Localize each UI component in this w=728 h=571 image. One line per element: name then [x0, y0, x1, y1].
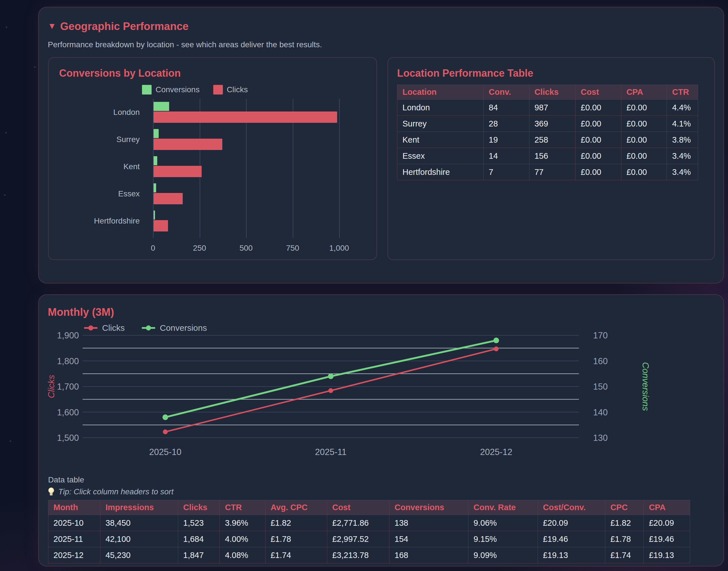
decor-dot — [5, 132, 7, 133]
table-cell: £19.13 — [644, 547, 690, 563]
column-header-month[interactable]: Month — [48, 500, 101, 515]
legend-label: Conversions — [156, 85, 200, 94]
bar-category-label: Hertfordshire — [59, 207, 140, 235]
conversions-by-location-bar-chart: LondonSurreyKentEssexHertfordshire025050… — [59, 99, 368, 257]
location-table-title: Location Performance Table — [397, 67, 533, 79]
tip-text: Tip: Click column headers to sort — [58, 487, 173, 496]
table-cell: 9.09% — [468, 547, 538, 563]
column-header-cost[interactable]: Cost — [327, 500, 389, 515]
table-cell: 1,523 — [178, 515, 220, 531]
clicks-bar[interactable] — [154, 111, 337, 123]
column-header-conversions[interactable]: Conversions — [390, 500, 468, 515]
column-header-avg-cpc[interactable]: Avg. CPC — [265, 500, 327, 515]
conversions-data-point[interactable] — [328, 373, 334, 379]
table-cell: 3.4% — [667, 148, 698, 164]
column-header-conv-: Conv. — [484, 85, 530, 100]
sort-tip: Tip: Click column headers to sort — [48, 487, 173, 496]
column-header-cpa[interactable]: CPA — [644, 500, 690, 515]
clicks-bar[interactable] — [154, 166, 202, 177]
x-axis-tick-label: 2025-12 — [480, 447, 513, 457]
table-cell: Kent — [397, 132, 484, 148]
bar-category-label: London — [59, 99, 140, 126]
table-cell: 2025-11 — [48, 531, 101, 547]
table-cell: 45,230 — [100, 547, 178, 563]
monthly-line-chart: 1,9001,8001,7001,6001,500170160150140130… — [47, 323, 675, 459]
table-cell: 2025-12 — [48, 547, 101, 563]
column-header-ctr: CTR — [667, 85, 698, 100]
lightbulb-icon — [48, 487, 54, 496]
monthly-section: Monthly (3M) Clicks Conversions 1,9001,8… — [38, 294, 724, 566]
conversions-bar[interactable] — [154, 129, 159, 138]
conversions-bar[interactable] — [154, 183, 156, 193]
table-cell: £1.78 — [605, 531, 644, 547]
clicks-bar[interactable] — [154, 139, 222, 150]
left-axis-tick-label: 1,700 — [57, 382, 79, 391]
clicks-data-point[interactable] — [328, 388, 333, 393]
table-header-row: LocationConv.ClicksCostCPACTR — [397, 85, 698, 100]
clicks-data-point[interactable] — [494, 346, 498, 351]
column-header-cost-conv-[interactable]: Cost/Conv. — [538, 500, 605, 515]
left-axis-tick-label: 1,800 — [57, 356, 79, 366]
column-header-impressions[interactable]: Impressions — [100, 500, 178, 515]
right-axis-tick-label: 130 — [593, 433, 608, 443]
table-cell: 4.00% — [220, 531, 265, 547]
decor-dot — [10, 440, 11, 442]
bar-category-label: Surrey — [59, 126, 140, 153]
table-row: Kent19258£0.00£0.003.8% — [397, 132, 698, 148]
left-axis-tick-label: 1,600 — [57, 408, 79, 417]
column-header-cpc[interactable]: CPC — [605, 500, 644, 515]
table-cell: 9.15% — [468, 531, 538, 547]
gridline — [339, 99, 340, 238]
conversions-by-location-card: Conversions by Location Conversions Clic… — [48, 57, 377, 260]
decor-dot — [6, 26, 7, 28]
left-axis-tick-label: 1,500 — [57, 433, 79, 443]
clicks-bar[interactable] — [154, 220, 168, 231]
column-header-conv-rate[interactable]: Conv. Rate — [468, 500, 538, 515]
table-cell: 3.8% — [667, 132, 698, 148]
table-cell: 369 — [529, 116, 576, 132]
legend-item-conversions: Conversions — [142, 85, 200, 95]
table-cell: London — [397, 100, 484, 116]
column-header-clicks: Clicks — [529, 85, 576, 100]
section-title-geographic-performance[interactable]: ▼Geographic Performance — [48, 20, 189, 32]
conversions-bar[interactable] — [154, 211, 155, 220]
table-cell: 154 — [390, 531, 468, 547]
column-header-ctr[interactable]: CTR — [220, 500, 265, 515]
conversions-swatch-icon — [142, 85, 152, 95]
table-cell: £0.00 — [576, 148, 621, 164]
x-axis-tick-label: 1,000 — [329, 244, 349, 253]
clicks-data-point[interactable] — [163, 430, 168, 434]
monthly-title: Monthly (3M) — [48, 306, 114, 318]
table-cell: 4.1% — [667, 116, 698, 132]
table-cell: £2,997.52 — [327, 531, 389, 547]
table-cell: 38,450 — [100, 515, 178, 531]
location-performance-card: Location Performance Table LocationConv.… — [388, 57, 715, 260]
conversions-bar[interactable] — [154, 102, 169, 111]
table-cell: £0.00 — [621, 164, 667, 180]
table-cell: 77 — [529, 164, 576, 180]
table-cell: £0.00 — [576, 116, 621, 132]
table-row: Surrey28369£0.00£0.004.1% — [397, 116, 698, 132]
geographic-performance-section: ▼Geographic Performance Performance brea… — [38, 7, 724, 283]
conversions-data-point[interactable] — [163, 415, 168, 420]
clicks-bar[interactable] — [154, 193, 183, 204]
table-cell: £0.00 — [621, 148, 667, 164]
location-performance-table: LocationConv.ClicksCostCPACTR London8498… — [397, 85, 698, 180]
conversions-bar[interactable] — [154, 156, 157, 165]
left-axis-title: Clicks — [47, 375, 56, 398]
table-cell: 14 — [484, 148, 530, 164]
bar-plot-area — [153, 99, 339, 238]
x-axis-tick-label: 2025-10 — [149, 447, 181, 457]
table-cell: £0.00 — [621, 100, 667, 116]
column-header-clicks[interactable]: Clicks — [178, 500, 220, 515]
table-row: 2025-1142,1001,6844.00%£1.78£2,997.52154… — [48, 531, 690, 547]
x-axis-tick-label: 2025-11 — [315, 447, 346, 457]
monthly-table-body: 2025-1038,4501,5233.96%£1.82£2,771.86138… — [48, 515, 690, 563]
table-cell: 3.4% — [667, 164, 698, 180]
conversions-data-point[interactable] — [493, 338, 499, 343]
right-axis-tick-label: 170 — [593, 331, 608, 340]
x-axis-tick-label: 250 — [193, 244, 206, 253]
bar-group-kent — [153, 153, 339, 180]
right-axis-title: Conversions — [640, 362, 650, 411]
table-cell: 3.96% — [220, 515, 265, 531]
